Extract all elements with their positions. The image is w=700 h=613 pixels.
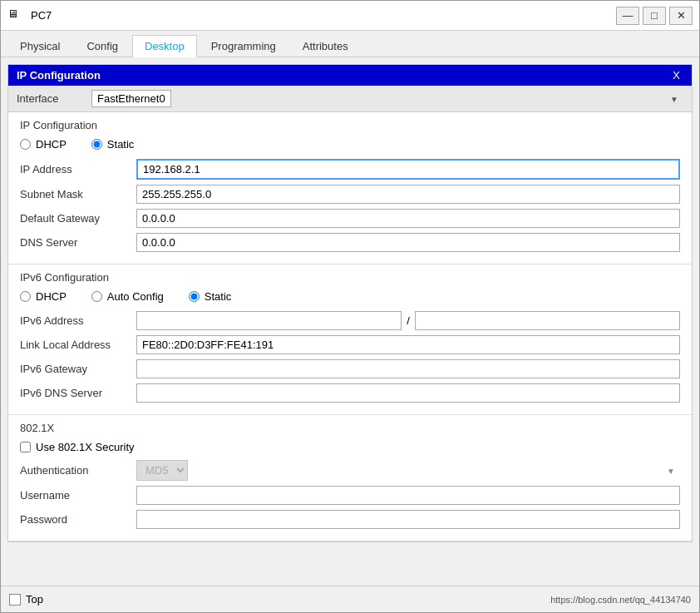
subnet-mask-input[interactable] [136, 185, 680, 204]
bottom-left: Top [9, 593, 43, 606]
interface-row: Interface FastEthernet0 [8, 86, 692, 112]
ipv6-autoconfig-label: Auto Config [107, 290, 164, 303]
minimize-button[interactable]: — [616, 7, 639, 25]
ipv6-prefix-input[interactable] [415, 311, 680, 330]
ip-address-row: IP Address [20, 159, 680, 180]
ip-config-panel: IP Configuration X Interface FastEtherne… [7, 64, 693, 542]
ip-address-label: IP Address [20, 163, 136, 175]
ip-address-input[interactable] [136, 159, 680, 180]
username-row: Username [20, 486, 680, 505]
ipv6-dns-row: IPv6 DNS Server [20, 383, 680, 403]
dhcp-radio[interactable] [20, 139, 31, 150]
ipv6-gateway-label: IPv6 Gateway [20, 363, 136, 375]
ipv4-section: IP Configuration DHCP Static IP Address [8, 112, 692, 264]
close-button[interactable]: ✕ [669, 7, 693, 25]
ipv4-section-title: IP Configuration [20, 119, 680, 131]
auth-label: Authentication [20, 464, 136, 477]
window-title: PC7 [31, 9, 52, 22]
link-local-input[interactable] [136, 335, 680, 354]
use-security-row: Use 802.1X Security [20, 441, 680, 453]
panel-title: IP Configuration [17, 69, 101, 82]
maximize-button[interactable]: □ [643, 7, 666, 25]
tab-physical[interactable]: Physical [7, 35, 72, 57]
username-input[interactable] [136, 486, 680, 505]
main-content: IP Configuration X Interface FastEtherne… [1, 57, 699, 586]
tab-config[interactable]: Config [74, 35, 131, 57]
default-gateway-input[interactable] [136, 209, 680, 228]
ipv6-autoconfig-radio[interactable] [91, 291, 102, 302]
window-controls: — □ ✕ [616, 7, 693, 25]
ipv6-gateway-row: IPv6 Gateway [20, 359, 680, 378]
dot1x-section-title: 802.1X [20, 422, 680, 434]
password-label: Password [20, 513, 136, 526]
username-label: Username [20, 489, 136, 502]
dhcp-label: DHCP [36, 138, 67, 151]
ipv6-radio-row: DHCP Auto Config Static [20, 290, 680, 303]
ipv6-address-inputs: / [136, 311, 680, 330]
interface-label: Interface [17, 92, 91, 105]
bottom-bar: Top https://blog.csdn.net/qq_44134740 [1, 586, 699, 612]
tab-programming[interactable]: Programming [199, 35, 288, 57]
default-gateway-row: Default Gateway [20, 209, 680, 228]
default-gateway-label: Default Gateway [20, 212, 136, 225]
ipv6-static-radio[interactable] [189, 291, 200, 302]
subnet-mask-label: Subnet Mask [20, 188, 136, 200]
title-bar-left: 🖥 PC7 [7, 7, 52, 24]
static-label: Static [107, 138, 135, 151]
interface-select-wrap: FastEthernet0 [91, 90, 683, 107]
top-label: Top [26, 593, 43, 606]
dns-server-label: DNS Server [20, 236, 136, 249]
tab-attributes[interactable]: Attributes [290, 35, 361, 57]
auth-row: Authentication MD5 [20, 460, 680, 481]
top-checkbox[interactable] [9, 594, 21, 606]
use-security-label: Use 802.1X Security [36, 441, 135, 453]
link-local-row: Link Local Address [20, 335, 680, 354]
title-bar: 🖥 PC7 — □ ✕ [1, 1, 699, 31]
ipv4-radio-row: DHCP Static [20, 138, 680, 151]
ipv6-slash: / [405, 314, 412, 327]
ipv6-dhcp-radio[interactable] [20, 291, 31, 302]
ipv6-dns-input[interactable] [136, 383, 680, 403]
dot1x-section: 802.1X Use 802.1X Security Authenticatio… [8, 415, 692, 541]
dns-server-input[interactable] [136, 233, 680, 252]
ipv6-autoconfig-radio-item[interactable]: Auto Config [91, 290, 164, 303]
ipv6-section-title: IPv6 Configuration [20, 271, 680, 284]
main-window: 🖥 PC7 — □ ✕ Physical Config Desktop Prog… [0, 0, 700, 613]
tab-bar: Physical Config Desktop Programming Attr… [1, 31, 699, 57]
link-local-label: Link Local Address [20, 339, 136, 351]
static-radio-item[interactable]: Static [91, 138, 135, 151]
ipv6-dhcp-radio-item[interactable]: DHCP [20, 290, 67, 303]
bottom-url: https://blog.csdn.net/qq_44134740 [550, 595, 691, 605]
password-row: Password [20, 510, 680, 529]
ipv6-dns-label: IPv6 DNS Server [20, 387, 136, 399]
dhcp-radio-item[interactable]: DHCP [20, 138, 67, 151]
static-radio[interactable] [91, 139, 102, 150]
ipv6-static-radio-item[interactable]: Static [189, 290, 232, 303]
tab-desktop[interactable]: Desktop [132, 35, 197, 57]
dns-server-row: DNS Server [20, 233, 680, 252]
ipv6-dhcp-label: DHCP [36, 290, 67, 303]
ipv6-address-label: IPv6 Address [20, 314, 136, 327]
auth-select[interactable]: MD5 [136, 460, 188, 481]
ipv6-address-input[interactable] [136, 311, 402, 330]
use-security-checkbox[interactable] [20, 442, 31, 452]
password-input[interactable] [136, 510, 680, 529]
subnet-mask-row: Subnet Mask [20, 185, 680, 204]
ipv6-section: IPv6 Configuration DHCP Auto Config Stat… [8, 264, 692, 415]
app-icon: 🖥 [7, 7, 24, 24]
ipv6-address-row: IPv6 Address / [20, 311, 680, 330]
interface-select[interactable]: FastEthernet0 [91, 90, 171, 107]
panel-close-button[interactable]: X [669, 69, 683, 82]
auth-select-wrap: MD5 [136, 460, 680, 481]
ipv6-static-label: Static [205, 290, 232, 303]
panel-title-bar: IP Configuration X [8, 65, 692, 86]
ipv6-gateway-input[interactable] [136, 359, 680, 378]
